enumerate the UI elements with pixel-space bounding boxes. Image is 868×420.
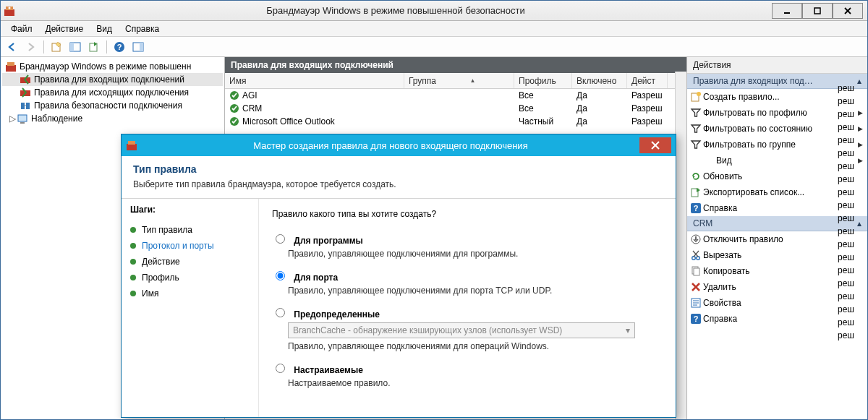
maximize-button[interactable]: [802, 3, 833, 19]
action-обновить[interactable]: Обновить: [687, 168, 867, 184]
action-справка[interactable]: ?Справка: [687, 200, 867, 216]
wizard-step[interactable]: Профиль: [130, 270, 250, 286]
rule-type-radio[interactable]: [276, 364, 285, 373]
wizard-content: Правило какого типа вы хотите создать? Д…: [259, 199, 676, 417]
show-hide-tree-button[interactable]: [67, 39, 84, 55]
help-icon: ?: [690, 202, 702, 214]
toolbar-sep: [106, 40, 107, 53]
action-экспортировать-список-[interactable]: Экспортировать список...: [687, 184, 867, 200]
minimize-button[interactable]: [772, 3, 802, 19]
tree-root[interactable]: Брандмауэр Windows в режиме повышенн: [2, 60, 223, 73]
wizard-step[interactable]: Тип правила: [130, 222, 250, 238]
svg-rect-0: [4, 9, 14, 16]
help-button[interactable]: ?: [111, 39, 128, 55]
col-profile[interactable]: Профиль: [514, 73, 572, 88]
svg-rect-16: [7, 62, 14, 66]
action-label: Отключить правило: [703, 234, 863, 244]
action-label: Фильтровать по профилю: [703, 108, 858, 118]
wizard-close-button[interactable]: [639, 137, 671, 153]
rule-type-radio[interactable]: [276, 234, 285, 244]
step-label: Профиль: [142, 273, 179, 283]
menu-action[interactable]: Действие: [40, 22, 90, 35]
chevron-down-icon: ▾: [626, 325, 630, 335]
action-удалить[interactable]: Удалить: [687, 279, 867, 295]
rule-enabled: Да: [572, 103, 627, 113]
cut-icon: [690, 249, 702, 261]
show-hide-action-pane-button[interactable]: [129, 39, 147, 55]
wizard-step[interactable]: Протокол и порты: [130, 238, 250, 254]
step-label: Действие: [142, 257, 180, 267]
action-вид[interactable]: Вид▶: [687, 153, 867, 168]
action-фильтровать-по-профилю[interactable]: Фильтровать по профилю▶: [687, 105, 867, 121]
wizard-header: Тип правила Выберите тип правила брандма…: [122, 156, 676, 199]
vertical-scrollbar[interactable]: [675, 72, 686, 419]
action-создать-правило-[interactable]: Создать правило...: [687, 89, 867, 105]
rule-type-desc: Правило, управляющее подключениями для п…: [288, 249, 663, 259]
rule-profile: Все: [514, 103, 572, 113]
action-label: Создать правило...: [703, 92, 863, 102]
back-button[interactable]: [4, 39, 21, 55]
rule-type-label: Для порта: [294, 273, 338, 283]
action-фильтровать-по-состоянию[interactable]: Фильтровать по состоянию▶: [687, 121, 867, 137]
allow-icon: [229, 90, 239, 100]
rule-type-radio[interactable]: [276, 308, 285, 317]
wizard-step[interactable]: Имя: [130, 286, 250, 301]
tree-monitoring[interactable]: ▷ Наблюдение: [2, 112, 223, 125]
table-row[interactable]: CRMВсеДаРазреш: [225, 102, 686, 115]
firewall-icon: [5, 61, 17, 72]
new-button[interactable]: [48, 39, 65, 55]
step-bullet-icon: [130, 243, 136, 249]
action-фильтровать-по-группе[interactable]: Фильтровать по группе▶: [687, 137, 867, 153]
submenu-arrow-icon: ▶: [858, 157, 863, 164]
close-button[interactable]: [833, 3, 863, 19]
col-enabled[interactable]: Включено: [572, 73, 627, 88]
menu-view[interactable]: Вид: [90, 22, 118, 35]
svg-rect-22: [18, 115, 27, 121]
main-window: Брандмауэр Windows в режиме повышенной б…: [0, 0, 868, 420]
action-справка[interactable]: ?Справка: [687, 311, 867, 327]
export-icon: [690, 187, 702, 198]
rule-name: Microsoft Office Outlook: [242, 116, 335, 127]
tree-label: Брандмауэр Windows в режиме повышенн: [20, 61, 191, 72]
table-row[interactable]: Microsoft Office OutlookЧастныйДаРазреш: [225, 115, 686, 128]
tree-label: Правила для исходящих подключения: [34, 87, 189, 98]
tree-inbound-rules[interactable]: Правила для входящих подключений: [2, 73, 223, 86]
action-вырезать[interactable]: Вырезать: [687, 247, 867, 263]
props-icon: [690, 297, 702, 309]
menu-help[interactable]: Справка: [119, 22, 165, 35]
col-action[interactable]: Дейст: [627, 73, 668, 88]
predefined-combo[interactable]: BranchCache - обнаружение кэширующих узл…: [288, 322, 635, 338]
action-label: Свойства: [703, 298, 863, 308]
menu-file[interactable]: Файл: [5, 22, 38, 35]
rule-type-radio[interactable]: [276, 271, 285, 280]
copy-icon: [690, 265, 702, 277]
step-bullet-icon: [130, 227, 136, 233]
blank-icon: [690, 155, 702, 166]
action-отключить-правило[interactable]: Отключить правило: [687, 231, 867, 247]
export-button[interactable]: [85, 39, 103, 55]
table-row[interactable]: AGIВсеДаРазреш: [225, 89, 686, 102]
action-label: Вырезать: [703, 250, 863, 260]
tree-conn-security[interactable]: Правила безопасности подключения: [2, 99, 223, 112]
step-label: Имя: [142, 288, 158, 299]
expand-arrow-icon[interactable]: ▷: [8, 113, 17, 124]
action-label: Копировать: [703, 266, 863, 276]
rule-type-desc: Настраиваемое правило.: [288, 378, 663, 388]
col-name[interactable]: Имя: [225, 73, 404, 88]
rule-profile: Все: [514, 90, 572, 100]
filter-icon: [690, 139, 702, 150]
collapse-icon: ▴: [857, 218, 861, 228]
action-копировать[interactable]: Копировать: [687, 263, 867, 279]
rule-action: Разреш: [627, 103, 668, 113]
forward-button[interactable]: [22, 39, 40, 55]
wizard-title: Мастер создания правила для нового входя…: [142, 140, 639, 151]
svg-point-33: [692, 257, 696, 260]
wizard-step[interactable]: Действие: [130, 254, 250, 270]
rules-list-title: Правила для входящих подключений: [225, 57, 686, 73]
col-group[interactable]: Группа▲: [404, 73, 514, 88]
collapse-icon: ▴: [857, 76, 861, 86]
step-label: Тип правила: [142, 225, 192, 235]
svg-rect-48: [128, 141, 135, 145]
action-свойства[interactable]: Свойства: [687, 295, 867, 311]
tree-outbound-rules[interactable]: Правила для исходящих подключения: [2, 86, 223, 99]
